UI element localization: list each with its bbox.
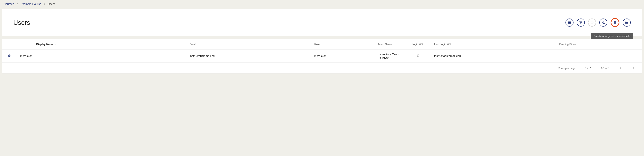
svg-rect-1 bbox=[569, 22, 570, 24]
page-title: Users bbox=[13, 19, 30, 26]
cell-last-login-with: instructor@email.edu bbox=[432, 50, 557, 62]
breadcrumb-separator: / bbox=[44, 2, 45, 6]
pagination-range: 1-1 of 1 bbox=[601, 67, 610, 70]
columns-button[interactable] bbox=[566, 18, 574, 26]
svg-rect-5 bbox=[626, 23, 628, 23]
col-last-login-with[interactable]: Last Login With bbox=[432, 39, 557, 50]
add-user-icon bbox=[602, 21, 605, 24]
sort-arrow-down-icon: ↓ bbox=[55, 43, 56, 46]
col-pending-since[interactable]: Pending Since bbox=[557, 39, 642, 50]
chevron-right-icon bbox=[632, 67, 635, 70]
tooltip: Create anonymous credentials bbox=[591, 33, 633, 39]
gear-icon bbox=[7, 55, 11, 58]
cell-pending-since bbox=[557, 50, 642, 62]
svg-rect-0 bbox=[568, 22, 569, 24]
toolbar bbox=[566, 18, 631, 27]
users-table-card: Display Name ↓ Email Role Team Name Logi… bbox=[2, 39, 642, 74]
cell-email: instructor@email.edu bbox=[188, 50, 312, 62]
breadcrumb-separator: / bbox=[17, 2, 18, 6]
cell-team-name: Instructor's Team Instructor bbox=[376, 50, 404, 62]
col-team-name[interactable]: Team Name bbox=[376, 39, 404, 50]
cell-login-with: G bbox=[404, 50, 432, 62]
rows-per-page-label: Rows per page: bbox=[558, 67, 576, 70]
google-icon: G bbox=[417, 54, 420, 58]
cell-display-name: Instructor bbox=[16, 50, 188, 62]
breadcrumb: Courses / Example Course / Users bbox=[0, 0, 644, 8]
next-page-button[interactable] bbox=[631, 66, 636, 71]
col-label: Display Name bbox=[36, 43, 53, 46]
columns-icon bbox=[568, 21, 571, 24]
col-display-name[interactable]: Display Name ↓ bbox=[16, 39, 188, 50]
svg-rect-2 bbox=[570, 22, 571, 24]
col-role[interactable]: Role bbox=[312, 39, 376, 50]
col-login-with[interactable]: Login With bbox=[404, 39, 432, 50]
header-card: Users bbox=[2, 9, 642, 36]
code-icon bbox=[590, 21, 594, 24]
rows-per-page-value: 10 bbox=[585, 66, 588, 70]
breadcrumb-current: Users bbox=[48, 2, 55, 6]
code-button bbox=[588, 18, 596, 26]
rows-per-page-select[interactable]: 10 bbox=[584, 66, 593, 70]
filter-button[interactable] bbox=[577, 18, 585, 26]
add-user-button[interactable] bbox=[599, 18, 607, 26]
filter-icon bbox=[579, 21, 582, 24]
table-row[interactable]: Instructor instructor@email.edu instruct… bbox=[2, 50, 642, 62]
create-anonymous-credentials-button[interactable] bbox=[610, 18, 620, 27]
breadcrumb-link-course[interactable]: Example Course bbox=[20, 2, 42, 6]
folder-plus-icon bbox=[625, 21, 628, 24]
chevron-left-icon bbox=[619, 67, 622, 70]
svg-point-3 bbox=[603, 21, 604, 22]
cell-role: instructor bbox=[312, 50, 376, 62]
users-table: Display Name ↓ Email Role Team Name Logi… bbox=[2, 39, 642, 62]
prev-page-button[interactable] bbox=[618, 66, 623, 71]
row-settings-button[interactable] bbox=[2, 50, 16, 62]
col-email[interactable]: Email bbox=[188, 39, 312, 50]
breadcrumb-link-courses[interactable]: Courses bbox=[4, 2, 14, 6]
dropdown-icon bbox=[590, 66, 592, 70]
pagination: Rows per page: 10 1-1 of 1 bbox=[2, 62, 642, 74]
anonymous-icon bbox=[613, 21, 617, 24]
new-folder-button[interactable] bbox=[623, 18, 631, 26]
